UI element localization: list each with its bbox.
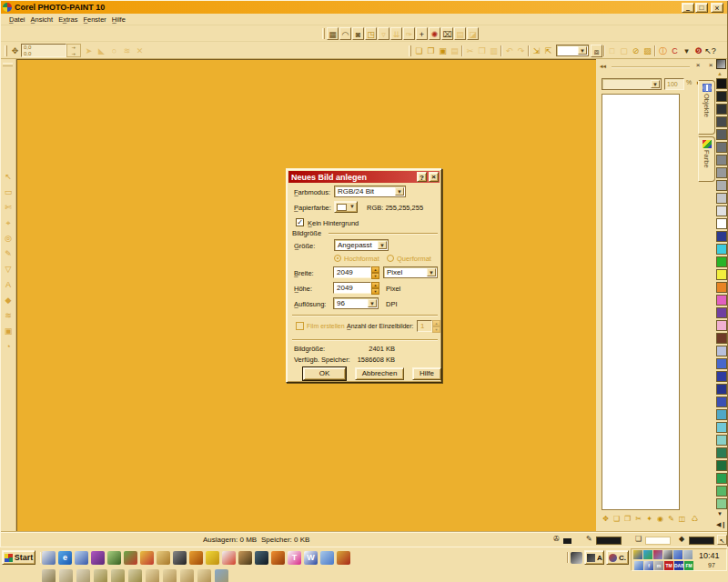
no-entry-icon[interactable]: ⊘ <box>630 45 642 57</box>
color-swatch[interactable] <box>716 371 727 382</box>
new-icon[interactable]: ❏ <box>413 45 425 57</box>
dialog-close-button[interactable]: × <box>429 172 439 182</box>
ql-icon-8[interactable] <box>157 551 170 565</box>
move-icon[interactable]: ✥ <box>9 45 21 57</box>
faded-icon-4[interactable]: ▤ <box>454 27 466 40</box>
zoom-combo[interactable]: ▼ <box>556 45 589 56</box>
faded-icon-3[interactable]: ✑ <box>403 27 415 40</box>
ql-icon-7[interactable] <box>140 551 154 565</box>
ql-icon-12[interactable] <box>206 551 219 565</box>
film-checkbox[interactable] <box>296 322 304 330</box>
breite-unit-combo[interactable]: Pixel▼ <box>383 266 438 278</box>
color-swatch[interactable] <box>716 206 727 216</box>
ql-icon-6[interactable] <box>124 551 137 565</box>
tray-icon-1[interactable] <box>633 550 642 559</box>
tray-icon-5[interactable] <box>673 550 682 559</box>
copy-icon[interactable]: ❒ <box>476 45 488 57</box>
dropdown-arrow-icon[interactable]: ▾ <box>681 45 693 57</box>
breite-spinner[interactable]: ▲▼ <box>371 266 379 278</box>
tray-icon-4[interactable] <box>663 550 672 559</box>
color-swatch[interactable] <box>716 346 727 356</box>
ql2-icon-7[interactable] <box>146 569 159 582</box>
close-button[interactable]: × <box>711 3 723 13</box>
paste-icon[interactable]: ▥ <box>488 45 500 57</box>
color-swatch[interactable] <box>716 333 727 344</box>
merge-mode-combo[interactable]: ▼ <box>602 78 662 90</box>
kein-hintergrund-checkbox[interactable]: ✓ <box>296 218 304 226</box>
minimize-button[interactable]: ▁ <box>682 3 694 13</box>
maximize-button[interactable]: □ <box>695 3 708 13</box>
tray-icon-6[interactable] <box>683 550 693 559</box>
palette-down-arrow[interactable]: ▼ <box>717 511 723 517</box>
fill-color-swatch[interactable] <box>689 537 714 545</box>
prop-icon-2[interactable]: ◣ <box>96 45 107 57</box>
ql2-icon-9[interactable] <box>180 569 194 582</box>
toolbar-grip[interactable] <box>322 28 325 39</box>
merge-combo-arrow[interactable]: ▼ <box>651 80 660 88</box>
task-button-c[interactable]: C. <box>606 550 629 565</box>
aufloesung-combo[interactable]: 96▼ <box>333 297 379 309</box>
tray-icon-2[interactable] <box>643 550 652 559</box>
paint-color-swatch[interactable] <box>596 537 622 545</box>
ql-icon-4[interactable] <box>91 551 105 565</box>
color-swatch[interactable] <box>716 116 727 127</box>
import-icon[interactable]: ⇲ <box>531 45 542 57</box>
prop-icon-5[interactable]: ✕ <box>134 45 146 57</box>
tray-icon-3[interactable] <box>653 550 662 559</box>
toolbox-grip[interactable] <box>3 63 13 66</box>
tab-objekte[interactable]: Objekte <box>698 80 715 135</box>
ql2-icon-10[interactable] <box>197 569 211 582</box>
zoom-tool-icon[interactable]: ⌖ <box>2 217 15 229</box>
object-icon-7[interactable]: ✎ <box>666 513 676 525</box>
color-swatch[interactable] <box>716 256 727 267</box>
square-icon-2[interactable]: ▢ <box>618 45 630 57</box>
menu-datei[interactable]: D̲atei <box>9 15 25 24</box>
color-swatch[interactable] <box>716 486 727 497</box>
color-swatch[interactable] <box>716 269 727 280</box>
zoom-combo-arrow[interactable]: ▼ <box>578 46 587 55</box>
mask-tool-icon[interactable]: ▭ <box>2 186 15 198</box>
prop-icon-3[interactable]: ○ <box>108 45 120 57</box>
querformat-radio[interactable] <box>387 255 394 262</box>
color-swatch[interactable] <box>716 282 727 293</box>
corner-icon[interactable]: ◳ <box>365 27 377 40</box>
object-icon-5[interactable]: ✦ <box>644 513 654 525</box>
red-splat-icon[interactable]: ✺ <box>429 27 440 40</box>
ql-icon-1[interactable] <box>42 551 56 565</box>
paper-color-status-swatch[interactable] <box>645 537 671 545</box>
docker-collapse-icon[interactable]: ◂◂ <box>600 63 606 70</box>
ql-icon-word[interactable]: W <box>304 551 318 565</box>
tool-indicator[interactable]: ↖ <box>717 535 727 545</box>
abbrechen-button[interactable]: Abbrechen <box>355 367 404 380</box>
position-fields[interactable]: 0,00,0 <box>21 44 66 57</box>
cut-icon[interactable]: ✂ <box>464 45 476 57</box>
menu-extras[interactable]: Ex̲tras <box>58 15 77 24</box>
ql-icon-3[interactable] <box>75 551 88 565</box>
prop-icon-4[interactable]: ≋ <box>121 45 133 57</box>
object-icon-3[interactable]: ❐ <box>622 513 632 525</box>
color-swatch[interactable] <box>716 460 727 471</box>
object-icon-1[interactable]: ✥ <box>601 513 611 525</box>
hochformat-radio[interactable] <box>334 255 341 262</box>
help-icon[interactable]: ↖? <box>704 45 716 57</box>
color-swatch[interactable] <box>716 180 727 191</box>
farbmodus-combo[interactable]: RGB/24 Bit▼ <box>334 186 406 197</box>
open-icon[interactable]: ❐ <box>425 45 437 57</box>
ql-icon-13[interactable] <box>222 551 236 565</box>
color-swatch[interactable] <box>716 384 727 395</box>
anzahl-spinner[interactable]: ▲▼ <box>432 320 440 332</box>
ql-icon-11[interactable] <box>189 551 203 565</box>
trash-icon[interactable]: ♺ <box>690 513 700 525</box>
checker-icon[interactable]: ▨ <box>642 45 653 57</box>
object-icon-2[interactable]: ❏ <box>612 513 622 525</box>
menu-fenster[interactable]: F̲enster <box>83 15 106 24</box>
papierfarbe-picker[interactable]: ▼ <box>334 201 358 213</box>
object-icon-6[interactable]: ◉ <box>655 513 665 525</box>
groesse-combo[interactable]: Angepasst▼ <box>334 239 389 251</box>
hoehe-field[interactable]: 2049 <box>333 282 371 294</box>
ql-icon-9[interactable] <box>173 551 187 565</box>
color-swatch[interactable] <box>716 295 727 306</box>
ql-icon-15[interactable] <box>255 551 268 565</box>
ok-button[interactable]: OK <box>303 367 346 380</box>
anzahl-field[interactable]: 1 <box>417 320 432 332</box>
